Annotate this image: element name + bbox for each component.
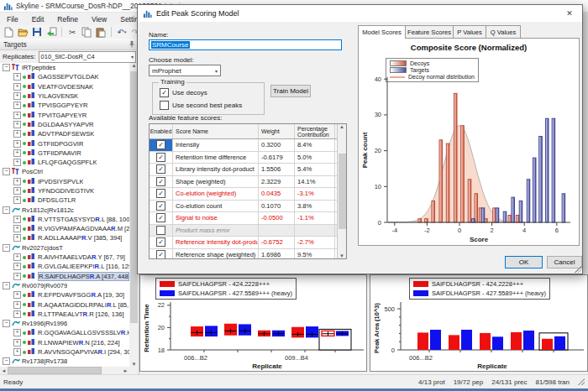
enabled-checkbox[interactable]: ✓ xyxy=(156,213,165,222)
tree-protein-row[interactable]: −Rv1738|Rv1738 xyxy=(0,357,129,366)
expand-icon[interactable]: + xyxy=(13,263,21,270)
tree-peptide-row[interactable]: +DFDSLGTLR xyxy=(0,196,129,205)
tree-peptide-row[interactable]: +R.LNWAPIEWR.N [216, 224] xyxy=(0,338,129,347)
tree-peptide-row[interactable]: +R.EFPDVAVFSGGR.A [19, 30] xyxy=(0,290,129,300)
tree-hscroll-thumb[interactable] xyxy=(8,367,102,374)
enabled-cell[interactable]: ✓ xyxy=(150,176,173,188)
feature-row[interactable]: Product mass error xyxy=(150,225,346,237)
expand-icon[interactable]: + xyxy=(13,149,21,157)
expand-icon[interactable]: + xyxy=(13,225,21,232)
tree-protein-row[interactable]: −Rv1996|Rv1996 xyxy=(0,319,129,328)
collapse-icon[interactable]: − xyxy=(3,64,10,71)
import-results-icon[interactable] xyxy=(45,26,57,38)
enabled-cell[interactable]: ✓ xyxy=(150,237,173,248)
tree-peptide-row[interactable]: +TPVISGGPYEYR xyxy=(0,101,129,110)
expand-icon[interactable]: + xyxy=(13,102,21,109)
expand-icon[interactable]: + xyxy=(13,329,21,336)
expand-icon[interactable]: + xyxy=(13,112,21,119)
tree-peptide-row[interactable]: +R.VIGVPAMFAAGDVAAAR.M [27 xyxy=(0,224,129,233)
close-icon[interactable]: ✕ xyxy=(557,5,582,22)
tree-peptide-row[interactable]: +GTFIIDPAAVIR xyxy=(0,149,129,158)
collapse-icon[interactable]: − xyxy=(3,206,10,214)
tree-protein-row[interactable]: −iRTpeptides xyxy=(0,63,129,72)
enabled-cell[interactable]: ✓ xyxy=(150,164,173,175)
scroll-left-icon[interactable]: ◄ xyxy=(0,368,8,373)
use-decoys-checkbox[interactable]: ✓ xyxy=(160,88,169,97)
tab-model-scores[interactable]: Model Scores xyxy=(358,25,406,39)
feature-row[interactable]: ✓Shape (weighted)2.322914.1% xyxy=(150,176,346,189)
expand-icon[interactable]: + xyxy=(13,159,21,166)
dialog-resize-grip[interactable] xyxy=(575,266,581,273)
expand-icon[interactable]: + xyxy=(13,301,21,309)
expand-icon[interactable]: + xyxy=(13,178,21,185)
expand-icon[interactable]: + xyxy=(13,216,21,223)
replicates-select[interactable]: 010_StC-DosR_C4 ▾ xyxy=(39,51,136,63)
use-decoys-row[interactable]: ✓ Use decoys xyxy=(160,88,207,97)
tree-peptide-row[interactable]: +YFNDGDIVEGTIVK xyxy=(0,186,129,196)
feature-row[interactable]: ✓Reference intensity dot-product-0.6752-… xyxy=(150,237,346,249)
tab-feature-scores[interactable]: Feature Scores xyxy=(405,25,454,38)
second-best-row[interactable]: Use second best peaks xyxy=(160,101,242,110)
expand-icon[interactable]: + xyxy=(13,83,21,91)
new-document-icon[interactable] xyxy=(3,26,14,38)
tree-peptide-row[interactable]: +R.AIVHTAAELVDAR.Y [67, 79] xyxy=(0,253,129,262)
expand-icon[interactable]: + xyxy=(13,310,21,318)
tree-peptide-row[interactable]: +DGLDAASYYAPVR xyxy=(0,120,129,129)
tree-protein-row[interactable]: −PosCtrl xyxy=(0,167,129,176)
collapse-icon[interactable]: − xyxy=(3,320,10,327)
tab-p-values[interactable]: P Values xyxy=(453,25,486,38)
tree-peptide-row[interactable]: +GTFIIDPGGVIR xyxy=(0,138,129,148)
scroll-down-icon[interactable]: ▼ xyxy=(339,253,346,258)
tree-peptide-row[interactable]: +VEATFGVDESNAK xyxy=(0,82,129,91)
expand-icon[interactable]: + xyxy=(13,196,21,204)
collapse-icon[interactable]: − xyxy=(3,244,10,252)
feature-row[interactable]: ✓Intensity0.32008.4% xyxy=(150,139,346,152)
expand-icon[interactable]: + xyxy=(13,130,21,138)
collapse-icon[interactable]: − xyxy=(3,168,10,175)
save-icon[interactable] xyxy=(31,26,43,38)
scroll-down-icon[interactable]: ▼ xyxy=(129,362,139,367)
enabled-checkbox[interactable]: ✓ xyxy=(156,201,165,211)
tree-peptide-row[interactable]: +IPVDSIYSPVLK xyxy=(0,177,129,186)
expand-icon[interactable]: + xyxy=(13,92,21,100)
expand-icon[interactable]: + xyxy=(13,253,21,261)
tree-horizontal-scrollbar[interactable]: ◄ ► xyxy=(0,367,129,374)
menu-view[interactable]: View xyxy=(85,13,113,25)
tab-q-values[interactable]: Q Values xyxy=(486,25,521,38)
table-vertical-scrollbar[interactable]: ▲ ▼ xyxy=(337,124,346,258)
enabled-cell[interactable]: ✓ xyxy=(150,249,173,260)
paste-icon[interactable] xyxy=(95,26,107,38)
expand-icon[interactable]: + xyxy=(13,339,21,347)
tree-peptide-row[interactable]: +LFLQFGAQGSPFLK xyxy=(0,158,129,167)
expand-icon[interactable]: + xyxy=(13,273,21,280)
feature-row[interactable]: ✓Signal to noise-0.0500-1.1% xyxy=(150,212,346,225)
enabled-cell[interactable]: ✓ xyxy=(150,139,173,151)
tree-protein-row[interactable]: −Rv2027c|dosT xyxy=(0,243,129,253)
second-best-checkbox[interactable] xyxy=(160,101,169,110)
pin-icon[interactable] xyxy=(128,40,135,48)
tree-peptide-row[interactable]: +R.SAIFDLHAGPSR.A [437, 448] xyxy=(0,272,129,281)
tree-peptide-row[interactable]: +ADVTPADFSEWSK xyxy=(0,129,129,138)
enabled-checkbox[interactable]: ✓ xyxy=(156,250,165,259)
menu-file[interactable]: File xyxy=(0,13,25,25)
cut-icon[interactable]: ✂ xyxy=(66,26,78,38)
feature-row[interactable]: ✓Retention time difference-0.61795.0% xyxy=(150,152,346,164)
tree-protein-row[interactable]: −Rv1812c|Rv1812c xyxy=(0,205,129,214)
tree-peptide-row[interactable]: +R.GQGAVAGALLGSVSSSLVR.H xyxy=(0,328,129,337)
enabled-cell[interactable]: ✓ xyxy=(150,188,173,200)
enabled-checkbox[interactable]: ✓ xyxy=(156,177,165,186)
tree-peptide-row[interactable]: +R.ADLLAAAAPR.V [385, 394] xyxy=(0,233,129,242)
model-select[interactable]: mProphet ▾ xyxy=(149,65,221,76)
collapse-icon[interactable]: − xyxy=(3,282,10,289)
enabled-checkbox[interactable]: ✓ xyxy=(156,164,165,174)
tree-peptide-row[interactable]: +R.AQAATAGIDDLRPALIR.L [85, 1 xyxy=(0,300,129,309)
copy-icon[interactable] xyxy=(81,26,92,38)
expand-icon[interactable]: + xyxy=(13,187,21,195)
dialog-title-bar[interactable]: Edit Peak Scoring Model xyxy=(138,5,582,22)
tree-peptide-row[interactable]: +TPVITGAPYEYR xyxy=(0,110,129,119)
enabled-checkbox[interactable]: ✓ xyxy=(156,140,165,149)
feature-row[interactable]: ✓Reference shape (weighted)1.69869.5% xyxy=(150,249,346,260)
enabled-cell[interactable] xyxy=(150,225,173,237)
open-icon[interactable] xyxy=(17,26,29,38)
undo-icon[interactable]: ↶▾ xyxy=(116,26,128,38)
